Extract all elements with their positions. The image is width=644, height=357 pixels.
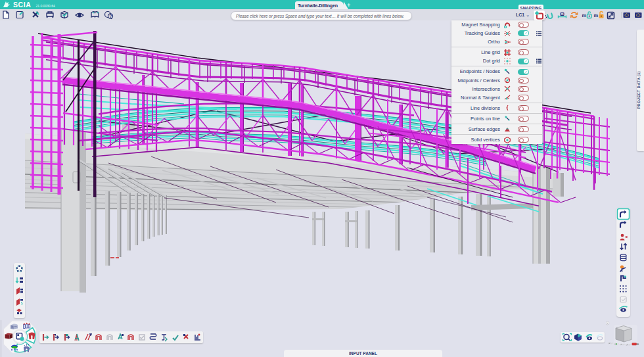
svg-text:?: ? — [109, 14, 112, 18]
svg-text:m: m — [561, 12, 564, 16]
svg-text:m: m — [594, 12, 599, 18]
svg-text:m: m — [582, 12, 587, 18]
